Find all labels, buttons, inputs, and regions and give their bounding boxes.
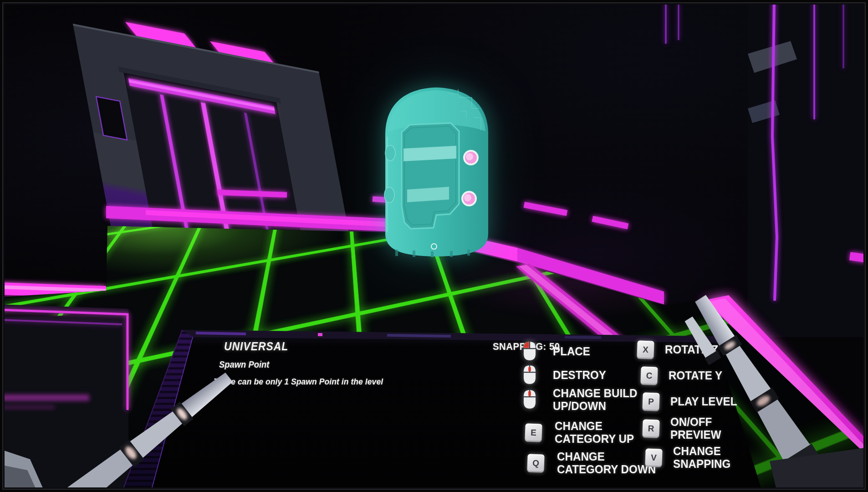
control-label: ROTATE Z <box>665 343 743 356</box>
control-rotate-z: X ROTATE Z <box>636 339 749 361</box>
category-title: UNIVERSAL <box>224 340 288 353</box>
control-preview-toggle: R ON/OFF PREVIEW <box>641 418 754 440</box>
control-rotate-y: C ROTATE Y <box>639 365 752 387</box>
control-change-snapping: V CHANGE SNAPPING <box>644 447 757 469</box>
key-label: C <box>646 371 652 381</box>
control-label: CHANGE SNAPPING <box>673 445 751 470</box>
key-icon: V <box>644 449 663 467</box>
control-label: PLAY LEVEL <box>670 395 748 408</box>
key-icon: C <box>639 367 659 385</box>
control-label: ROTATE Y <box>669 369 746 382</box>
item-note: There can be only 1 Spawn Point in the l… <box>214 377 383 387</box>
selected-item-name: Spawn Point <box>219 359 269 370</box>
key-icon: E <box>524 424 543 442</box>
hud-layer: UNIVERSAL Spawn Point There can be only … <box>0 0 868 492</box>
game-viewport[interactable]: UNIVERSAL Spawn Point There can be only … <box>0 0 868 492</box>
key-icon: P <box>641 393 660 411</box>
key-icon: X <box>636 341 655 359</box>
control-label: ON/OFF PREVIEW <box>670 416 748 441</box>
key-icon: Q <box>526 454 545 472</box>
key-label: P <box>648 397 654 407</box>
key-label: R <box>648 424 654 434</box>
control-play-level: P PLAY LEVEL <box>641 391 754 413</box>
key-label: E <box>530 428 536 438</box>
key-label: X <box>642 345 648 355</box>
key-icon: R <box>641 420 660 438</box>
key-label: Q <box>532 458 539 469</box>
key-label: V <box>650 453 656 463</box>
